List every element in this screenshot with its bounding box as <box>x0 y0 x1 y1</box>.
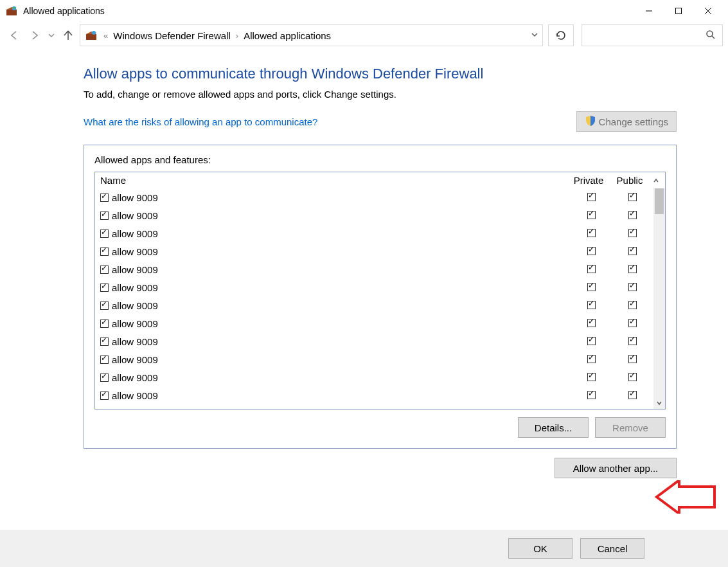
row-enabled-checkbox[interactable] <box>100 230 111 238</box>
col-name[interactable]: Name <box>100 175 567 186</box>
row-public-checkbox[interactable] <box>612 300 652 311</box>
row-public-checkbox[interactable] <box>612 192 652 203</box>
scroll-down-button[interactable] <box>653 397 665 409</box>
svg-line-9 <box>712 36 715 39</box>
svg-rect-6 <box>86 34 96 40</box>
list-item[interactable]: allow 9009 <box>100 314 665 332</box>
list-item[interactable]: allow 9009 <box>100 296 665 314</box>
row-enabled-checkbox[interactable] <box>100 320 111 328</box>
annotation-arrow <box>653 480 718 514</box>
bottom-bar: OK Cancel <box>0 530 728 567</box>
shield-icon <box>585 115 596 129</box>
row-private-checkbox[interactable] <box>570 300 612 311</box>
forward-button[interactable] <box>26 26 44 44</box>
row-enabled-checkbox[interactable] <box>100 356 111 364</box>
scroll-thumb[interactable] <box>655 188 664 214</box>
col-private[interactable]: Private <box>567 175 610 186</box>
row-enabled-checkbox[interactable] <box>100 302 111 310</box>
search-box[interactable] <box>582 24 723 46</box>
row-enabled-checkbox[interactable] <box>100 338 111 346</box>
list-item[interactable]: allow 9009 <box>100 332 665 350</box>
row-private-checkbox[interactable] <box>570 228 612 239</box>
search-icon <box>706 30 716 42</box>
maximize-button[interactable] <box>664 1 693 21</box>
row-enabled-checkbox[interactable] <box>100 212 111 220</box>
row-enabled-checkbox[interactable] <box>100 266 111 274</box>
breadcrumb-prefix: « <box>103 31 108 40</box>
cancel-button[interactable]: Cancel <box>580 538 644 559</box>
row-public-checkbox[interactable] <box>612 336 652 347</box>
minimize-button[interactable] <box>634 1 664 21</box>
row-name: allow 9009 <box>111 372 570 383</box>
row-private-checkbox[interactable] <box>570 336 612 347</box>
row-name: allow 9009 <box>111 390 570 401</box>
list-item[interactable]: allow 9009 <box>100 350 665 368</box>
change-settings-button[interactable]: Change settings <box>576 111 677 132</box>
row-enabled-checkbox[interactable] <box>100 248 111 256</box>
svg-rect-0 <box>6 10 17 15</box>
row-name: allow 9009 <box>111 228 570 239</box>
details-button[interactable]: Details... <box>518 417 589 438</box>
refresh-button[interactable] <box>548 24 574 46</box>
page-subtext: To add, change or remove allowed apps an… <box>84 89 677 100</box>
list-item[interactable]: allow 9009 <box>100 368 665 386</box>
list-item[interactable]: allow 9009 <box>100 188 665 206</box>
risk-link[interactable]: What are the risks of allowing an app to… <box>84 116 317 127</box>
row-public-checkbox[interactable] <box>612 318 652 329</box>
close-button[interactable] <box>693 1 723 21</box>
row-enabled-checkbox[interactable] <box>100 284 111 292</box>
list-item[interactable]: allow 9009 <box>100 224 665 242</box>
back-button[interactable] <box>5 26 23 44</box>
row-public-checkbox[interactable] <box>612 390 652 401</box>
row-private-checkbox[interactable] <box>570 354 612 365</box>
row-public-checkbox[interactable] <box>612 246 652 257</box>
list-item[interactable]: allow 9009 <box>100 386 665 404</box>
row-private-checkbox[interactable] <box>570 210 612 221</box>
change-settings-label: Change settings <box>599 116 668 127</box>
scrollbar[interactable] <box>653 188 665 409</box>
row-public-checkbox[interactable] <box>612 354 652 365</box>
scroll-up-button[interactable] <box>650 175 662 186</box>
row-public-checkbox[interactable] <box>612 210 652 221</box>
row-name: allow 9009 <box>111 336 570 347</box>
row-enabled-checkbox[interactable] <box>100 374 111 382</box>
page-heading: Allow apps to communicate through Window… <box>84 66 677 82</box>
row-name: allow 9009 <box>111 354 570 365</box>
row-name: allow 9009 <box>111 264 570 275</box>
list-item[interactable]: allow 9009 <box>100 206 665 224</box>
address-dropdown[interactable] <box>531 30 538 40</box>
row-private-checkbox[interactable] <box>570 264 612 275</box>
row-public-checkbox[interactable] <box>612 228 652 239</box>
col-public[interactable]: Public <box>610 175 650 186</box>
row-enabled-checkbox[interactable] <box>100 194 111 202</box>
row-public-checkbox[interactable] <box>612 264 652 275</box>
row-name: allow 9009 <box>111 318 570 329</box>
recent-dropdown[interactable] <box>46 26 57 44</box>
list-header: Name Private Public <box>95 172 665 188</box>
ok-button[interactable]: OK <box>508 538 573 559</box>
breadcrumb-item-1[interactable]: Windows Defender Firewall <box>113 30 231 41</box>
svg-point-7 <box>92 31 96 35</box>
row-private-checkbox[interactable] <box>570 390 612 401</box>
row-private-checkbox[interactable] <box>570 246 612 257</box>
window-controls <box>634 1 723 21</box>
row-private-checkbox[interactable] <box>570 318 612 329</box>
row-enabled-checkbox[interactable] <box>100 392 111 400</box>
list-item[interactable]: allow 9009 <box>100 260 665 278</box>
remove-button[interactable]: Remove <box>595 417 666 438</box>
breadcrumb-item-2[interactable]: Allowed applications <box>244 30 331 41</box>
row-name: allow 9009 <box>111 300 570 311</box>
allow-another-app-button[interactable]: Allow another app... <box>555 458 677 478</box>
svg-rect-3 <box>676 8 682 14</box>
row-private-checkbox[interactable] <box>570 282 612 293</box>
row-public-checkbox[interactable] <box>612 282 652 293</box>
row-private-checkbox[interactable] <box>570 372 612 383</box>
apps-listbox[interactable]: Name Private Public allow 9009allow 9009… <box>94 172 666 410</box>
row-name: allow 9009 <box>111 192 570 203</box>
row-private-checkbox[interactable] <box>570 192 612 203</box>
up-button[interactable] <box>59 26 77 44</box>
list-item[interactable]: allow 9009 <box>100 278 665 296</box>
address-bar[interactable]: « Windows Defender Firewall › Allowed ap… <box>80 24 543 46</box>
row-public-checkbox[interactable] <box>612 372 652 383</box>
list-item[interactable]: allow 9009 <box>100 242 665 260</box>
